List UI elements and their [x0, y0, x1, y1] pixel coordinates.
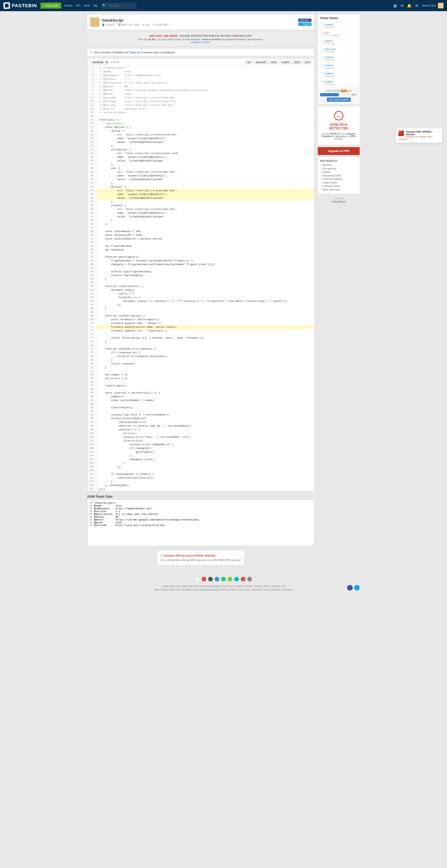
code-line: 27. },	[88, 163, 314, 166]
public-paste-item[interactable]: 📄Untitled49 sec ago	[318, 71, 360, 79]
download-button[interactable]: download	[254, 60, 268, 64]
upgrade-pro-button[interactable]: Upgrade to PRO	[318, 147, 360, 155]
code-line: 96. voteFor(selectedOption)	[88, 417, 314, 421]
print-button[interactable]: print	[303, 60, 312, 64]
social-icon[interactable]	[234, 577, 239, 582]
social-icon[interactable]	[241, 577, 245, 582]
meta-expires: ⏱ IN 355 DAYS	[152, 24, 169, 26]
code-line: 105. getFrigate();	[88, 450, 314, 454]
public-paste-item[interactable]: 📄123C++ | 14 sec ago	[318, 30, 360, 38]
goal-progress-bar: 50%	[320, 93, 357, 96]
code-line: 32. },	[88, 181, 314, 185]
main-content: VatnikScript 👤 A GUEST 📅 MAR 15TH, 2018 …	[87, 15, 314, 565]
code-line: 14.	[88, 115, 314, 118]
benefit-item: Larger Pastes	[320, 181, 357, 184]
public-pastes-title: Public Pastes	[318, 15, 360, 22]
embed-button[interactable]: embed	[279, 60, 291, 64]
benefit-item: NO ADS	[320, 163, 357, 167]
code-line: 56. console.log(frigateWindow);	[88, 270, 314, 274]
gear-icon[interactable]: ⚙	[415, 3, 418, 8]
meta-views: 👁 238	[142, 24, 149, 26]
public-paste-item[interactable]: 📄Untitled35 sec ago	[318, 38, 360, 46]
ads-pro-link[interactable]: pastebin.com/pro	[191, 41, 210, 43]
goal-percent: 50%	[352, 93, 356, 96]
report-button[interactable]: report	[292, 60, 302, 64]
code-line: 55.	[88, 266, 314, 270]
code-line: 103. console.error('CHANGING IP');	[88, 443, 314, 446]
language-select[interactable]: JavaScript	[90, 60, 109, 64]
nav-api[interactable]: API	[76, 4, 80, 7]
public-paste-item[interactable]: 📄Untitled6 sec ago	[318, 22, 360, 30]
popup-text[interactable]: Get 60% OFF Pastebin PRO accounts!	[398, 136, 440, 141]
footer-links: create new paste / deals / api / trends …	[87, 585, 360, 588]
code-line: 84. let number = 0;	[88, 373, 314, 377]
sidebar: Public Pastes 📄Untitled6 sec ago📄123C++ …	[318, 15, 360, 565]
code-line: 41. value: '12166351@cmsPollAnswer'	[88, 215, 314, 219]
bell-icon[interactable]: 🔔	[407, 3, 412, 8]
code-line: 104. if(!changeIp){	[88, 446, 314, 450]
code-line: 78. if (!response.ok) {	[88, 351, 314, 354]
public-paste-item[interactable]: 📄Untitled42 sec ago	[318, 55, 360, 63]
support-button[interactable]: help support pastebin	[327, 97, 351, 102]
gift-icon: 🎁	[398, 131, 404, 136]
code-line: 5.// @description try to take over the v…	[88, 81, 314, 85]
social-icon[interactable]	[221, 577, 226, 582]
paste-title: VatnikScript	[102, 19, 169, 23]
code-line: 36. value: '12166313@cmsPollAnswer'	[88, 196, 314, 200]
code-line: 97. .then(handleErrors)	[88, 421, 314, 424]
social-icons-row	[87, 577, 360, 582]
code-line: 16. 'use strict';	[88, 122, 314, 125]
guest-user[interactable]: Guest User	[422, 3, 444, 8]
mail-icon[interactable]: ✉	[400, 3, 404, 8]
member-notice: ⓘ Not a member of Pastebin yet? Sign Up,…	[87, 49, 314, 56]
nav-links: trends API tools faq	[65, 4, 101, 7]
code-line: 67.	[88, 311, 314, 314]
share-facebook-button[interactable]: f SHARE	[298, 19, 311, 22]
social-icon[interactable]	[202, 577, 206, 582]
code-line: 70. formData.append('cmd', 'answer');	[88, 321, 314, 325]
social-icon[interactable]	[247, 577, 252, 582]
steadfast-logo[interactable]: steadfast	[318, 200, 360, 204]
calendar-icon[interactable]: ▦	[393, 3, 397, 8]
public-paste-item[interactable]: 📄index.html40 sec ago	[318, 46, 360, 55]
raw-data-textarea[interactable]	[87, 499, 314, 546]
code-line: 35. name: 'answer(12166127@cmsPoll)',	[88, 192, 314, 196]
public-paste-item[interactable]: 📄Untitled51 sec ago	[318, 79, 360, 87]
search-input[interactable]	[102, 3, 137, 9]
meta-author: 👤 A GUEST	[102, 24, 115, 26]
footer-facebook-icon[interactable]	[347, 585, 353, 591]
social-icon[interactable]	[195, 577, 200, 582]
new-paste-button[interactable]: + new paste	[40, 3, 61, 9]
code-line: 38. orestun: {	[88, 204, 314, 208]
benefits-title: PRO BENEFITS	[320, 160, 357, 162]
code-line: 101. console.error('Fail ' + currentNumb…	[88, 435, 314, 439]
popup-close-icon[interactable]: ✕	[438, 131, 440, 133]
code-line: 52. function getFrigate(){	[88, 255, 314, 259]
social-icon[interactable]	[208, 577, 213, 582]
nav-trends[interactable]: trends	[65, 4, 72, 7]
social-icon[interactable]	[215, 577, 219, 582]
social-icon[interactable]	[228, 577, 232, 582]
signup-link[interactable]: Sign Up	[130, 51, 140, 54]
code-line: 98. .then(res => console.log('OK ' + cur…	[88, 424, 314, 428]
clone-button[interactable]: clone	[269, 60, 279, 64]
public-paste-item[interactable]: 📄Untitled42 sec ago	[318, 63, 360, 71]
code-line: 91. const currentNumber = number;	[88, 399, 314, 402]
benefit-item: Folders	[320, 170, 357, 174]
benefit-item: Much much more...	[320, 188, 357, 191]
promo-box: ⓘ Pastebin PRO Accounts SPRING SPECIAL! …	[157, 550, 245, 565]
raw-button[interactable]: raw	[245, 60, 253, 64]
code-line: 61. document.cookie	[88, 288, 314, 292]
logo[interactable]: PASTEBIN	[3, 2, 37, 9]
code-line: 112. clearInterval(interval);	[88, 476, 314, 480]
code-line: 99. .catch(err => {	[88, 428, 314, 432]
footer: create new paste / deals / api / trends …	[84, 573, 363, 594]
nav-tools[interactable]: tools	[84, 4, 90, 7]
code-line: 83.	[88, 369, 314, 373]
code-line: 76.	[88, 344, 314, 347]
nav-faq[interactable]: faq	[93, 4, 97, 7]
code-line: 82. }	[88, 366, 314, 369]
search-wrap	[100, 3, 137, 9]
share-twitter-button[interactable]: 🐦 TWEET	[298, 23, 311, 26]
footer-twitter-icon[interactable]	[354, 585, 360, 591]
